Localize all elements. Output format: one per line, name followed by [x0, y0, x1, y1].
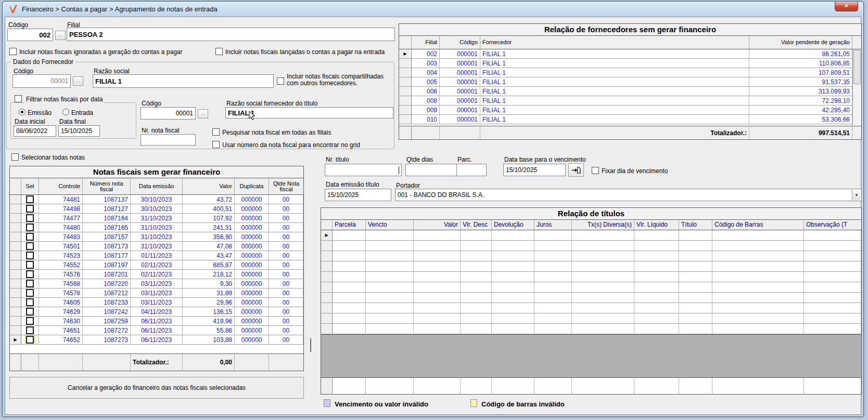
row-indicator-cell: [10, 298, 21, 307]
row-indicator-cell: [321, 282, 333, 293]
codigo-input[interactable]: 002: [7, 29, 53, 41]
scrollbar-thumb[interactable]: [853, 50, 861, 84]
controle-cell: 74477: [39, 214, 83, 223]
nota-sel-checkbox[interactable]: [26, 336, 34, 344]
nota-sel-checkbox[interactable]: [26, 308, 34, 316]
titulo-row[interactable]: [321, 303, 861, 313]
data-inicial-input[interactable]: 08/06/2022: [14, 125, 56, 137]
row-indicator-cell: [399, 115, 412, 124]
fornecedor-row[interactable]: 010000001FILIAL 153.306,66: [399, 115, 861, 124]
nota-sel-checkbox[interactable]: [26, 242, 34, 250]
usar-numero-checkbox[interactable]: [212, 141, 220, 148]
cancelar-geracao-button[interactable]: Cancelar a geração do financeiro das not…: [9, 377, 304, 399]
nota-sel-checkbox[interactable]: [26, 214, 34, 222]
titulo-row[interactable]: [321, 261, 861, 272]
fornecedor-row[interactable]: 008000001FILIAL 172.298,10: [399, 96, 861, 106]
close-button[interactable]: ✕: [835, 2, 858, 11]
titulo-browse-button[interactable]: ...: [198, 109, 208, 119]
nota-row[interactable]: 74552108719702/11/2023685,8700000000: [10, 260, 303, 270]
nota-sel-checkbox[interactable]: [26, 224, 34, 231]
total-empty-cell: [83, 354, 131, 371]
titulo-row[interactable]: [321, 313, 861, 324]
controle-cell: 74651: [39, 326, 83, 335]
fornecedor-codigo-input[interactable]: 00001: [12, 74, 71, 88]
fornecedor-row[interactable]: 003000001FILIAL 1110.806,85: [399, 59, 861, 68]
nota-row[interactable]: 74605108723303/11/202329,9600000000: [10, 298, 303, 307]
nota-sel-checkbox[interactable]: [26, 261, 34, 269]
portador-combobox[interactable]: 001 - BANCO DO BRASIL S.A. ▼: [395, 189, 862, 201]
qtde-dias-input[interactable]: [405, 164, 457, 176]
nota-row[interactable]: 74477108716431/10/2023107,9200000000: [10, 214, 303, 223]
data-base-input[interactable]: 15/10/2025: [503, 164, 566, 176]
empty-cell: [534, 251, 572, 261]
nota-sel-checkbox[interactable]: [26, 317, 34, 325]
fornecedor-codigo-value: 00001: [51, 77, 68, 85]
nr-nota-input[interactable]: [141, 134, 196, 146]
dropdown-button[interactable]: ▼: [852, 190, 861, 200]
nota-row[interactable]: 74480108716531/10/2023241,3100000000: [10, 223, 303, 232]
nr-nota-label: Nr. nota fiscal: [142, 127, 180, 134]
nr-titulo-input[interactable]: [325, 164, 402, 176]
incluir-lancadas-checkbox[interactable]: [215, 48, 223, 55]
nota-row[interactable]: 74501108717331/10/202347,0800000000: [10, 242, 303, 251]
data-final-input[interactable]: 15/10/2025: [58, 125, 100, 137]
nota-row[interactable]: 74483108715731/10/2023356,9000000000: [10, 232, 303, 242]
nota-sel-checkbox[interactable]: [26, 289, 34, 297]
nota-row[interactable]: 74568108722003/11/20239,3000000000: [10, 279, 303, 288]
nota-row[interactable]: 74651108727206/11/202355,8600000000: [10, 326, 303, 335]
titulo-codigo-input[interactable]: 00001: [141, 107, 196, 120]
nota-sel-checkbox[interactable]: [26, 195, 34, 203]
nota-row[interactable]: 74629108724204/11/2023136,1500000000: [10, 307, 303, 317]
entrada-radio[interactable]: [62, 109, 69, 115]
nota-row[interactable]: 74630108725906/11/2023419,9600000000: [10, 317, 303, 326]
pesquisar-todas-filiais-checkbox[interactable]: [212, 128, 220, 136]
nota-sel-checkbox[interactable]: [26, 298, 34, 306]
nota-row[interactable]: 74523108717701/11/202343,4700000000: [10, 251, 303, 260]
fornecedor-row[interactable]: 004000001FILIAL 1107.809,51: [399, 68, 861, 77]
parc-input[interactable]: [456, 164, 487, 176]
empty-cell: [634, 241, 679, 251]
incluir-ignoradas-checkbox[interactable]: [9, 48, 17, 55]
titulo-row[interactable]: [321, 241, 861, 251]
notas-scrollbar-thumb[interactable]: [310, 338, 311, 352]
data-emissao-titulo-input[interactable]: 15/10/2025: [325, 189, 391, 201]
nota-row[interactable]: 74498108712730/10/2023400,5100000000: [10, 204, 303, 214]
titulo-row[interactable]: ▶: [321, 230, 861, 241]
nota-row[interactable]: 74578108721203/11/202331,8900000000: [10, 288, 303, 298]
titulo-row[interactable]: [321, 272, 861, 282]
empty-cell: [366, 324, 414, 334]
selecionar-todas-checkbox[interactable]: [11, 153, 19, 161]
titulo-row[interactable]: [321, 282, 861, 293]
titulo-row[interactable]: [321, 293, 861, 303]
nota-sel-checkbox[interactable]: [26, 252, 34, 259]
filtrar-data-checkbox[interactable]: [15, 95, 22, 102]
fornecedor-row[interactable]: ▶002000001FILIAL 186.261,05: [399, 49, 861, 59]
fornecedores-scrollbar[interactable]: [852, 49, 861, 125]
fornecedor-row[interactable]: 005000001FILIAL 191.537,35: [399, 77, 861, 87]
emissao-radio[interactable]: [19, 109, 25, 115]
duplicata-cell: 000000: [235, 288, 269, 298]
nota-row[interactable]: 74481108713730/10/202343,7200000000: [10, 195, 303, 204]
fornecedor-row[interactable]: 009000001FILIAL 142.295,40: [399, 106, 861, 115]
titulo-row[interactable]: [321, 251, 861, 261]
fornecedor-browse-button[interactable]: ...: [73, 76, 83, 86]
fixar-vencimento-checkbox[interactable]: [592, 167, 599, 174]
filial-input[interactable]: PESSOA 2: [67, 28, 395, 41]
codigo-browse-button[interactable]: ...: [55, 31, 66, 40]
titlebar[interactable]: Financeiro > Contas a pagar > Agrupament…: [3, 2, 863, 16]
fornecedor-row[interactable]: 006000001FILIAL 1313.099,93: [399, 87, 861, 96]
nota-sel-checkbox[interactable]: [26, 280, 34, 287]
razao-social-input[interactable]: FILIAL 1: [93, 74, 274, 88]
empty-cell: [366, 251, 414, 261]
nota-sel-checkbox[interactable]: [26, 233, 34, 241]
titulo-row[interactable]: [321, 324, 861, 334]
nota-sel-checkbox[interactable]: [26, 270, 34, 278]
nota-sel-checkbox[interactable]: [26, 205, 34, 213]
aplicar-data-button[interactable]: [568, 163, 584, 177]
controle-cell: 74481: [39, 195, 83, 204]
nota-sel-checkbox[interactable]: [26, 326, 34, 334]
compartilhadas-checkbox[interactable]: [277, 77, 284, 85]
nota-row[interactable]: 74576108720102/11/2023218,1200000000: [10, 270, 303, 279]
row-indicator-cell: [10, 204, 21, 214]
nota-row[interactable]: ▶74652108727306/11/2023103,8900000000: [10, 335, 303, 345]
